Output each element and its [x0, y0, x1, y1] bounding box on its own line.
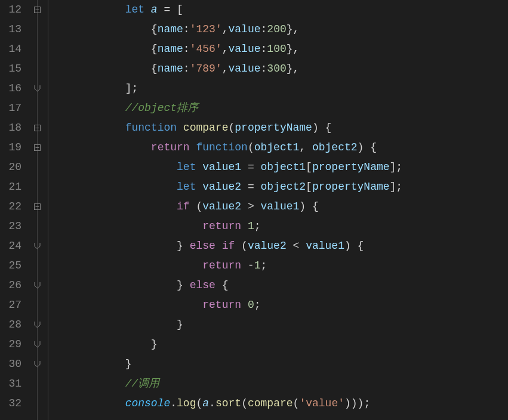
fold-end-icon[interactable] [33, 360, 41, 368]
line-number: 16 [0, 79, 21, 98]
line-number: 17 [0, 98, 21, 118]
code-line[interactable]: } else { [48, 276, 508, 295]
line-number: 29 [0, 335, 21, 354]
line-number: 13 [0, 20, 21, 39]
code-line[interactable]: {name:'123',value:200}, [48, 20, 508, 39]
code-line[interactable]: let value1 = object1[propertyName]; [48, 158, 508, 177]
line-number: 22 [0, 197, 21, 217]
line-number: 21 [0, 177, 21, 197]
line-number: 20 [0, 158, 21, 177]
line-number: 15 [0, 59, 21, 79]
fold-collapse-icon[interactable] [33, 124, 41, 132]
line-number: 30 [0, 354, 21, 374]
fold-collapse-icon[interactable] [33, 144, 41, 152]
line-number: 12 [0, 0, 21, 20]
code-line[interactable]: } else if (value2 < value1) { [48, 236, 508, 256]
line-number: 25 [0, 256, 21, 276]
code-line[interactable]: return -1; [48, 256, 508, 276]
line-number: 19 [0, 138, 21, 158]
code-line[interactable]: } [48, 354, 508, 374]
code-line[interactable]: if (value2 > value1) { [48, 197, 508, 217]
code-line[interactable]: return 1; [48, 217, 508, 236]
fold-end-icon[interactable] [33, 282, 41, 289]
line-number-gutter: 12 13 14 15 16 17 18 19 20 21 22 23 24 2… [0, 0, 30, 420]
line-number: 23 [0, 217, 21, 236]
code-line[interactable]: return function(object1, object2) { [48, 138, 508, 158]
code-line[interactable]: console.log(a.sort(compare('value'))); [48, 394, 508, 413]
fold-collapse-icon[interactable] [33, 203, 41, 211]
code-line[interactable]: //调用 [48, 374, 508, 394]
fold-end-icon[interactable] [33, 242, 41, 250]
code-line[interactable]: return 0; [48, 295, 508, 315]
line-number: 26 [0, 276, 21, 295]
code-line[interactable]: //object排序 [48, 98, 508, 118]
line-number: 32 [0, 394, 21, 413]
line-number: 28 [0, 315, 21, 335]
code-line[interactable]: function compare(propertyName) { [48, 118, 508, 138]
code-line[interactable]: {name:'456',value:100}, [48, 39, 508, 59]
fold-end-icon[interactable] [33, 321, 41, 329]
line-number: 14 [0, 39, 21, 59]
fold-end-icon[interactable] [33, 85, 41, 92]
code-line[interactable]: let value2 = object2[propertyName]; [48, 177, 508, 197]
line-number: 24 [0, 236, 21, 256]
line-number: 27 [0, 295, 21, 315]
line-number: 31 [0, 374, 21, 394]
line-number: 18 [0, 118, 21, 138]
code-line[interactable]: } [48, 315, 508, 335]
code-content[interactable]: let a = [ {name:'123',value:200}, {name:… [45, 0, 508, 420]
code-line[interactable]: } [48, 335, 508, 354]
fold-gutter [30, 0, 45, 420]
code-line[interactable]: {name:'789',value:300}, [48, 59, 508, 79]
code-editor[interactable]: 12 13 14 15 16 17 18 19 20 21 22 23 24 2… [0, 0, 508, 420]
fold-collapse-icon[interactable] [33, 6, 41, 14]
fold-end-icon[interactable] [33, 341, 41, 348]
code-line[interactable]: ]; [48, 79, 508, 98]
code-line[interactable]: let a = [ [48, 0, 508, 20]
